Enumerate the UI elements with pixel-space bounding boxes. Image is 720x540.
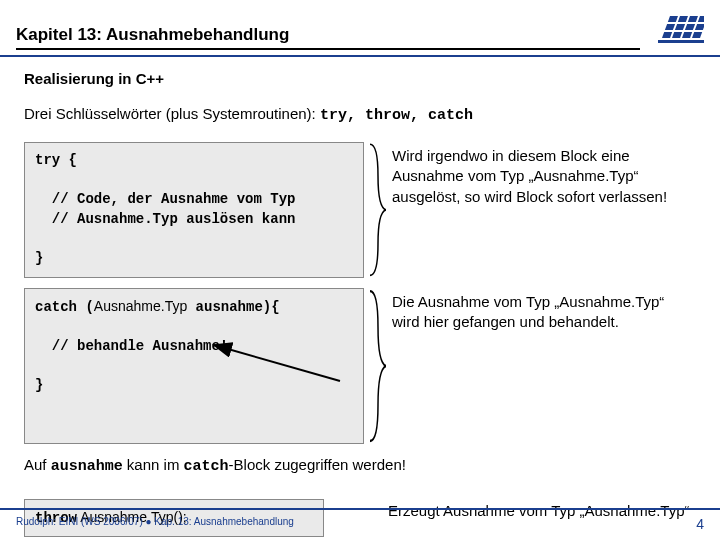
catch-codebox: catch (Ausnahme.Typ ausnahme){ // behand… — [24, 288, 364, 444]
footer: Rudolph: EINI (WS 2006/07) ● Kap. 13: Au… — [16, 516, 704, 532]
svg-rect-6 — [685, 24, 695, 30]
try-row: try { // Code, der Ausnahme vom Typ // A… — [24, 142, 696, 278]
svg-rect-0 — [668, 16, 678, 22]
subtitle: Realisierung in C++ — [24, 70, 696, 87]
svg-rect-7 — [695, 24, 704, 30]
svg-rect-2 — [688, 16, 698, 22]
header-rule — [0, 55, 720, 57]
svg-rect-10 — [682, 32, 692, 38]
logo — [658, 16, 704, 46]
svg-rect-4 — [665, 24, 675, 30]
chapter-title: Kapitel 13: Ausnahmebehandlung — [16, 25, 640, 50]
footer-rule — [0, 508, 720, 510]
svg-rect-12 — [658, 40, 704, 43]
svg-line-14 — [214, 345, 340, 381]
catch-code-pre: catch ( — [35, 299, 94, 315]
svg-rect-5 — [675, 24, 685, 30]
intro-keywords: try, throw, catch — [320, 107, 473, 124]
catch-explain: Die Ausnahme vom Typ „Ausnahme.Typ“ wird… — [392, 288, 696, 444]
svg-rect-1 — [678, 16, 688, 22]
svg-rect-11 — [692, 32, 702, 38]
svg-rect-8 — [662, 32, 672, 38]
svg-rect-3 — [698, 16, 704, 22]
s-p1: Auf — [24, 456, 51, 473]
page-number: 4 — [696, 516, 704, 532]
s-p2: kann im — [123, 456, 184, 473]
try-codebox: try { // Code, der Ausnahme vom Typ // A… — [24, 142, 364, 278]
arrow-icon — [210, 341, 340, 381]
s-p3: -Block zugegriffen werden! — [229, 456, 406, 473]
brace-catch — [368, 288, 386, 444]
s-c2: catch — [184, 458, 229, 475]
brace-try — [368, 142, 386, 278]
svg-rect-9 — [672, 32, 682, 38]
access-sentence: Auf ausnahme kann im catch-Block zugegri… — [24, 456, 696, 475]
intro-line: Drei Schlüsselwörter (plus Systemroutine… — [24, 105, 696, 124]
slide: Kapitel 13: Ausnahmebehandlung Realisier… — [0, 0, 720, 540]
catch-code-type: Ausnahme.Typ — [94, 298, 187, 314]
s-c1: ausnahme — [51, 458, 123, 475]
footer-text: Rudolph: EINI (WS 2006/07) ● Kap. 13: Au… — [16, 516, 294, 532]
intro-text: Drei Schlüsselwörter (plus Systemroutine… — [24, 105, 320, 122]
try-explain: Wird irgendwo in diesem Block eine Ausna… — [392, 142, 696, 278]
catch-row: catch (Ausnahme.Typ ausnahme){ // behand… — [24, 288, 696, 444]
slide-content: Realisierung in C++ Drei Schlüsselwörter… — [24, 70, 696, 537]
